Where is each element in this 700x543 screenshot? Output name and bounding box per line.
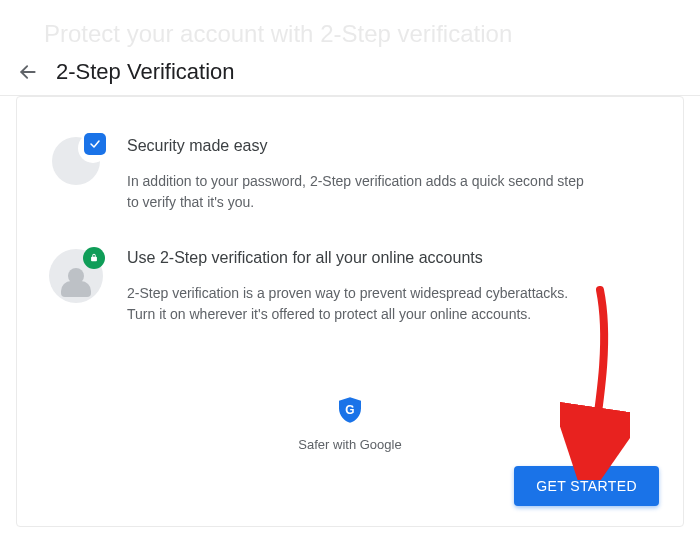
row-title: Use 2-Step verification for all your onl…	[127, 249, 651, 267]
safer-prefix: Safer with	[298, 437, 359, 452]
avatar-icon	[49, 249, 103, 303]
page-title: 2-Step Verification	[56, 59, 235, 85]
content-card: Security made easy In addition to your p…	[16, 96, 684, 527]
row-body: In addition to your password, 2-Step ver…	[127, 171, 587, 213]
shield-icon: G	[339, 397, 361, 423]
info-row-all-accounts: Use 2-Step verification for all your onl…	[49, 249, 651, 325]
app-bar: 2-Step Verification	[0, 48, 700, 96]
row-body: 2-Step verification is a proven way to p…	[127, 283, 587, 325]
back-button[interactable]	[16, 60, 40, 84]
shape-circle	[52, 137, 100, 185]
info-row-security-easy: Security made easy In addition to your p…	[49, 137, 651, 213]
lock-badge-icon	[83, 247, 105, 269]
safer-text: Safer with Google	[17, 437, 683, 452]
get-started-button[interactable]: GET STARTED	[514, 466, 659, 506]
svg-text:G: G	[345, 403, 354, 417]
row-title: Security made easy	[127, 137, 651, 155]
safer-with-google: G Safer with Google	[17, 397, 683, 452]
safer-brand: Google	[360, 437, 402, 452]
check-badge-icon	[84, 133, 106, 155]
arrow-back-icon	[18, 62, 38, 82]
